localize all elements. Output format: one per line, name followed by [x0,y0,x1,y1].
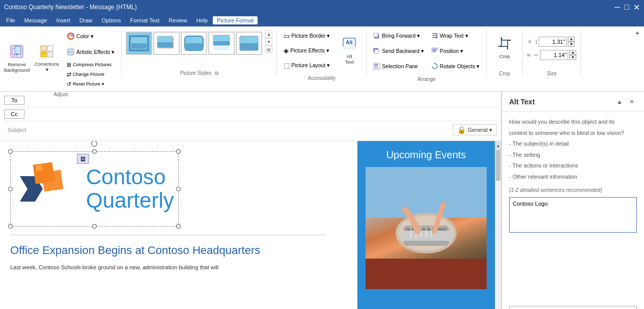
scrollbar-thumb[interactable] [496,150,500,181]
send-backward-label: Send Backward ▾ [382,48,424,54]
corrections-button[interactable]: ☀ Corrections ▾ [32,41,62,76]
bring-forward-button[interactable]: Bring Forward ▾ [371,29,426,43]
accessibility-group-label: Accessibility [308,74,335,81]
reset-icon: ↺ [67,81,71,88]
security-badge[interactable]: 🔒 General ▾ [453,124,497,135]
ribbon-content: ✕ RemoveBackground [0,26,644,78]
width-label: w [527,52,532,58]
height-spin-down[interactable]: ▼ [568,42,575,47]
width-spin-up[interactable]: ▲ [569,50,576,55]
menu-draw[interactable]: Draw [75,16,97,24]
contoso-title: Contoso Quarterly [86,165,174,212]
color-button[interactable]: Color ▾ [64,29,117,44]
picture-effects-button[interactable]: ◈ Picture Effects ▾ [281,43,332,58]
generate-alt-text-button[interactable]: Generate alt text for me [509,306,637,309]
svg-rect-37 [375,64,378,66]
ribbon-collapse-button[interactable]: ▲ [633,27,642,37]
menu-message[interactable]: Message [20,16,51,24]
gallery-scroll-up[interactable]: ▲ [265,31,272,38]
to-input[interactable] [29,97,497,103]
alt-text-close-button[interactable]: ✕ [627,97,637,107]
subject-input[interactable] [34,127,449,133]
artistic-effects-button[interactable]: Artistic Effects ▾ [64,44,117,60]
crop-content: Crop [491,29,518,69]
wrap-text-button[interactable]: Wrap Text ▾ [429,29,482,43]
handle-mid-right[interactable] [176,187,181,191]
handle-top-right[interactable] [176,149,181,154]
alt-text-description-line1: How would you describe this object and i… [509,118,637,127]
picture-style-4[interactable] [208,32,235,55]
reset-picture-button[interactable]: ↺ Reset Picture ▾ [64,79,117,89]
gallery-scroll-down[interactable]: ▼ [265,38,272,45]
svg-rect-18 [131,43,147,49]
picture-style-1[interactable] [126,32,152,55]
alt-text-collapse-button[interactable]: ▲ [614,97,625,107]
ribbon-group-adjust: ✕ RemoveBackground [0,29,122,76]
handle-top-mid[interactable] [92,149,97,154]
height-input[interactable] [539,37,567,47]
change-picture-button[interactable]: ⇄ Change Picture [64,70,117,79]
maximize-icon[interactable]: □ [624,3,629,12]
handle-top-left[interactable] [8,149,13,154]
compress-icon: ⊞ [67,62,71,68]
width-spin-down[interactable]: ▼ [569,55,576,60]
cc-input[interactable] [29,111,497,117]
alt-text-textarea[interactable] [509,197,637,233]
to-button[interactable]: To [4,96,24,105]
alt-text-body: How would you describe this object and i… [502,111,644,302]
menu-insert[interactable]: Insert [52,16,74,24]
width-input[interactable] [540,50,568,60]
gallery-scroll-buttons: ▲ ▼ ▤ [265,31,272,53]
picture-style-5[interactable] [236,32,262,55]
ribbon-group-crop: Crop Crop [487,29,523,76]
send-backward-button[interactable]: Send Backward ▾ [371,44,426,58]
picture-layout-button[interactable]: ⬚ Picture Layout ▾ [281,58,332,72]
selection-pane-button[interactable]: Selection Pane [371,59,426,73]
scrollbar-track[interactable] [495,150,501,309]
handle-bot-right[interactable] [176,224,181,229]
handle-bot-left[interactable] [8,224,13,229]
thumb4-inner [209,33,234,54]
app-title: Contoso Quarterly Newsletter - Message (… [4,4,137,11]
scroll-up-button[interactable]: ▲ [495,141,501,150]
svg-rect-58 [366,167,487,218]
menu-review[interactable]: Review [164,16,191,24]
picture-border-button[interactable]: ▭ Picture Border ▾ [281,29,332,43]
svg-rect-38 [375,67,378,68]
handle-bot-mid[interactable] [92,224,97,229]
bring-forward-icon [373,32,380,39]
gallery-expand[interactable]: ▤ [265,46,272,53]
picture-styles-dialog-launcher[interactable]: ⧉ [215,70,218,76]
arrange-group-label: Arrange [417,75,436,82]
rotate-button[interactable]: Rotate Objects ▾ [429,59,482,73]
svg-rect-5 [47,46,53,51]
rotate-handle[interactable] [91,141,97,147]
cc-button[interactable]: Cc [4,109,24,119]
alt-text-button[interactable]: Alt AltText [337,33,362,68]
menu-options[interactable]: Options [98,16,125,24]
minimize-icon[interactable]: ─ [614,3,620,12]
menu-help[interactable]: Help [192,16,212,24]
close-icon[interactable]: ✕ [633,3,640,12]
picture-arrange-col: ▭ Picture Border ▾ ◈ Picture Effects ▾ ⬚… [281,29,332,72]
thumb2-inner [154,33,179,54]
remove-background-button[interactable]: ✕ RemoveBackground [4,41,30,76]
svg-text:☀: ☀ [42,52,45,55]
menu-format-text[interactable]: Format Text [126,16,163,24]
upcoming-events-title: Upcoming Events [366,149,487,161]
alt-text-bullet3: - The actions or interactions [509,161,637,171]
arrange-content: Bring Forward ▾ Send Backward ▾ [371,29,482,75]
vertical-scrollbar[interactable]: ▲ ▼ [495,141,501,309]
position-button[interactable]: Position ▾ [429,44,482,58]
handle-mid-left[interactable] [8,187,13,191]
crop-button[interactable]: Crop [491,31,518,65]
compress-pictures-button[interactable]: ⊞ Compress Pictures [64,60,117,69]
menu-file[interactable]: File [2,16,19,24]
email-header: To Cc Subject 🔒 General ▾ [0,92,501,141]
logo-area[interactable]: 🖼 Contoso [10,151,179,227]
send-backward-icon [373,47,380,54]
picture-style-3[interactable] [181,32,207,55]
menu-picture-format[interactable]: Picture Format [213,16,258,24]
height-spin-up[interactable]: ▲ [568,37,575,42]
picture-style-2[interactable] [153,32,180,55]
